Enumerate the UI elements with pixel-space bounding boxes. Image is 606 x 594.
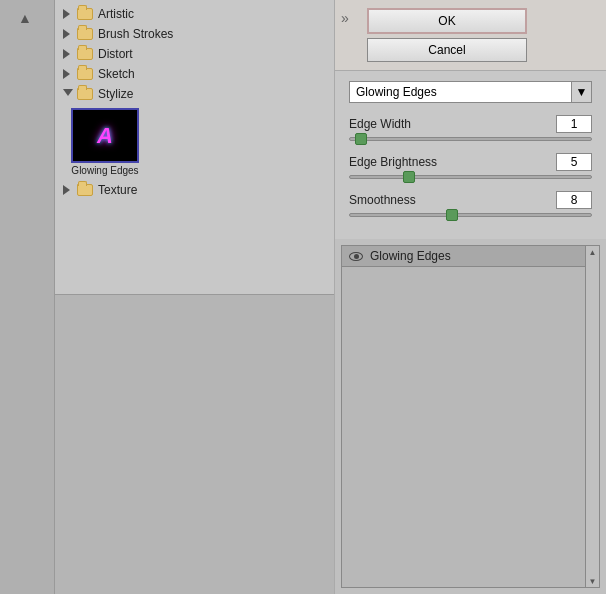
cancel-button[interactable]: Cancel [367,38,527,62]
folder-icon [77,88,93,100]
double-arrow-icon[interactable]: » [341,10,349,26]
param-value-input[interactable] [556,115,592,133]
sidebar-item-brush-strokes[interactable]: Brush Strokes [55,24,334,44]
param-edge-width: Edge Width [349,115,592,141]
arrow-right-icon [63,69,73,79]
category-label: Brush Strokes [98,27,173,41]
glow-preview: A [73,110,137,161]
eye-icon[interactable] [348,250,364,262]
folder-icon [77,48,93,60]
thumbnail-label: Glowing Edges [71,165,138,176]
slider-track [349,213,592,217]
param-label-row: Edge Brightness [349,153,592,171]
param-label-row: Smoothness [349,191,592,209]
category-label: Distort [98,47,133,61]
sidebar-item-artistic[interactable]: Artistic [55,4,334,24]
layer-panel: Glowing Edges ▲ ▼ [341,245,600,588]
scrollbar-down-arrow[interactable]: ▼ [587,575,599,587]
slider-track [349,137,592,141]
slider-thumb[interactable] [403,171,415,183]
param-label: Edge Width [349,117,411,131]
arrow-right-icon [63,29,73,39]
arrow-down-icon [63,89,73,99]
param-smoothness: Smoothness [349,191,592,217]
filter-select-row: Glowing Edges ▼ [349,81,592,103]
slider-track [349,175,592,179]
left-strip: ▲ [0,0,55,594]
stylize-items: A Glowing Edges [55,104,334,180]
param-value-input[interactable] [556,153,592,171]
sidebar-item-texture[interactable]: Texture [55,180,334,200]
param-edge-brightness: Edge Brightness [349,153,592,179]
filter-list: Artistic Brush Strokes Distort Sketch [55,0,335,594]
slider-thumb[interactable] [446,209,458,221]
select-arrow-icon[interactable]: ▼ [572,81,592,103]
sidebar-item-distort[interactable]: Distort [55,44,334,64]
category-label: Stylize [98,87,133,101]
filter-select[interactable]: Glowing Edges [349,81,572,103]
layer-panel-title: Glowing Edges [370,249,451,263]
slider-thumb[interactable] [355,133,367,145]
category-label: Artistic [98,7,134,21]
layer-panel-header: Glowing Edges [342,246,599,267]
folder-icon [77,68,93,80]
folder-icon [77,28,93,40]
filter-list-content: Artistic Brush Strokes Distort Sketch [55,0,334,294]
param-value-input[interactable] [556,191,592,209]
main-panel: Artistic Brush Strokes Distort Sketch [55,0,606,594]
thumbnail-glowing-edges[interactable]: A Glowing Edges [71,108,139,176]
right-panel: » OK Cancel Glowing Edges ▼ Edge Width [335,0,606,594]
param-label-row: Edge Width [349,115,592,133]
param-label: Edge Brightness [349,155,437,169]
thumbnail-image: A [71,108,139,163]
scrollbar-up-arrow[interactable]: ▲ [587,246,599,258]
arrow-right-icon [63,9,73,19]
collapse-arrow[interactable]: ▲ [18,10,32,26]
folder-icon [77,184,93,196]
category-label: Sketch [98,67,135,81]
arrow-right-icon [63,49,73,59]
eye-shape [349,252,363,261]
param-label: Smoothness [349,193,416,207]
sidebar-item-stylize[interactable]: Stylize [55,84,334,104]
top-buttons-area: » OK Cancel [335,0,606,71]
eye-pupil [354,254,359,259]
settings-panel: Glowing Edges ▼ Edge Width Edge Brightne… [335,71,606,239]
arrow-right-icon [63,185,73,195]
glow-thumb-text: A [97,123,113,149]
sidebar-item-sketch[interactable]: Sketch [55,64,334,84]
ok-button[interactable]: OK [367,8,527,34]
layer-scrollbar[interactable]: ▲ ▼ [585,246,599,587]
filter-list-bottom [55,294,334,594]
category-label: Texture [98,183,137,197]
folder-icon [77,8,93,20]
